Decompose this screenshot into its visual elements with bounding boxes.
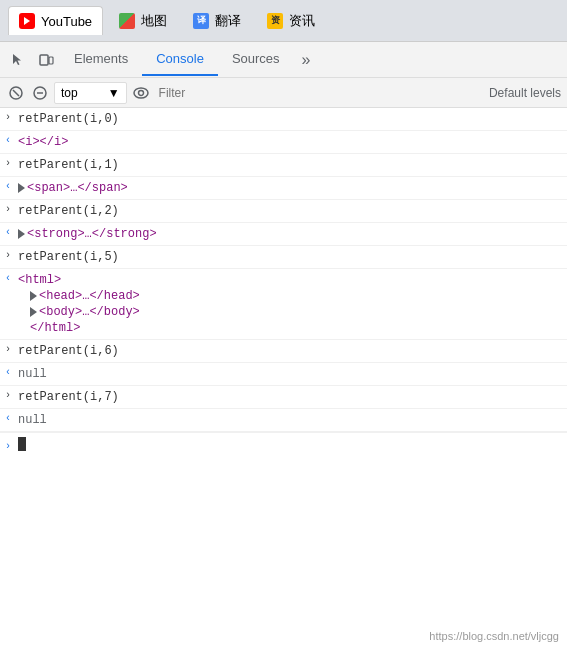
browser-tab-bar: YouTube 地图 译 翻译 资 资讯 bbox=[0, 0, 567, 42]
html-open-tag: <html> bbox=[18, 273, 61, 287]
table-row: ‹ <strong>…</strong> bbox=[0, 223, 567, 246]
tab-news-label: 资讯 bbox=[289, 12, 315, 30]
input-arrow[interactable]: › bbox=[0, 154, 16, 169]
table-row: › retParent(i,0) bbox=[0, 108, 567, 131]
console-input: retParent(i,5) bbox=[16, 246, 567, 268]
html-tag: <span>…</span> bbox=[27, 181, 128, 195]
tab-translate-label: 翻译 bbox=[215, 12, 241, 30]
result-arrow: ‹ bbox=[0, 131, 16, 146]
expand-triangle-icon[interactable] bbox=[18, 229, 25, 239]
table-row: › retParent(i,2) bbox=[0, 200, 567, 223]
html-tag: <i></i> bbox=[18, 135, 68, 149]
result-arrow: ‹ bbox=[0, 223, 16, 238]
youtube-icon bbox=[19, 13, 35, 29]
cursor-icon bbox=[10, 52, 26, 68]
console-content: › retParent(i,0) ‹ <i></i> › retParent(i… bbox=[0, 108, 567, 646]
devtools-tabs: Elements Console Sources » bbox=[60, 43, 563, 76]
result-arrow: ‹ bbox=[0, 409, 16, 424]
html-tag: <body>…</body> bbox=[39, 305, 140, 319]
console-result: <strong>…</strong> bbox=[16, 223, 567, 245]
result-arrow: ‹ bbox=[0, 363, 16, 378]
console-input: retParent(i,2) bbox=[16, 200, 567, 222]
console-prompt[interactable] bbox=[16, 433, 567, 455]
console-result: <i></i> bbox=[16, 131, 567, 153]
console-input-row: › bbox=[0, 432, 567, 455]
map-icon bbox=[119, 13, 135, 29]
translate-icon: 译 bbox=[193, 13, 209, 29]
input-arrow[interactable]: › bbox=[0, 246, 16, 261]
prompt-arrow: › bbox=[0, 437, 16, 452]
table-row: ‹ null bbox=[0, 409, 567, 432]
table-row: › retParent(i,6) bbox=[0, 340, 567, 363]
table-row: ‹ <span>…</span> bbox=[0, 177, 567, 200]
table-row: › retParent(i,1) bbox=[0, 154, 567, 177]
html-line: </html> bbox=[18, 320, 563, 336]
table-row: ‹ <i></i> bbox=[0, 131, 567, 154]
dropdown-arrow-icon: ▼ bbox=[108, 86, 120, 100]
tab-youtube[interactable]: YouTube bbox=[8, 6, 103, 35]
expand-triangle-icon[interactable] bbox=[30, 307, 37, 317]
console-output: › retParent(i,0) ‹ <i></i> › retParent(i… bbox=[0, 108, 567, 646]
inspect-tool-button[interactable] bbox=[4, 46, 32, 74]
input-arrow[interactable]: › bbox=[0, 386, 16, 401]
input-arrow[interactable]: › bbox=[0, 340, 16, 355]
console-toolbar: top ▼ Default levels bbox=[0, 78, 567, 108]
context-value: top bbox=[61, 86, 78, 100]
svg-rect-1 bbox=[49, 57, 53, 64]
table-row: › retParent(i,7) bbox=[0, 386, 567, 409]
html-line: <html> bbox=[18, 272, 563, 288]
eye-icon bbox=[133, 87, 149, 99]
table-row: ‹ null bbox=[0, 363, 567, 386]
clear-console-button[interactable] bbox=[6, 83, 26, 103]
tab-maps[interactable]: 地图 bbox=[109, 6, 177, 36]
device-toggle-button[interactable] bbox=[32, 46, 60, 74]
expand-triangle-icon[interactable] bbox=[18, 183, 25, 193]
watermark: https://blog.csdn.net/vljcgg bbox=[429, 630, 559, 642]
table-row: › retParent(i,5) bbox=[0, 246, 567, 269]
tab-sources[interactable]: Sources bbox=[218, 43, 294, 76]
record-icon bbox=[33, 86, 47, 100]
console-result: <span>…</span> bbox=[16, 177, 567, 199]
html-tag: <strong>…</strong> bbox=[27, 227, 157, 241]
tab-elements[interactable]: Elements bbox=[60, 43, 142, 76]
html-line: <head>…</head> bbox=[18, 288, 563, 304]
console-input: retParent(i,1) bbox=[16, 154, 567, 176]
console-input: retParent(i,7) bbox=[16, 386, 567, 408]
html-close-tag: </html> bbox=[30, 321, 80, 335]
console-null-result: null bbox=[16, 363, 567, 385]
html-line: <body>…</body> bbox=[18, 304, 563, 320]
tab-maps-label: 地图 bbox=[141, 12, 167, 30]
tab-console[interactable]: Console bbox=[142, 43, 218, 76]
svg-point-6 bbox=[134, 88, 148, 98]
input-arrow[interactable]: › bbox=[0, 200, 16, 215]
console-null-result: null bbox=[16, 409, 567, 431]
clear-icon bbox=[9, 86, 23, 100]
input-arrow[interactable]: › bbox=[0, 108, 16, 123]
default-levels-label: Default levels bbox=[489, 86, 561, 100]
svg-point-7 bbox=[138, 90, 143, 95]
console-result-multiline: <html> <head>…</head> <body>…</body> </h… bbox=[16, 269, 567, 339]
text-cursor bbox=[18, 437, 26, 451]
result-arrow: ‹ bbox=[0, 177, 16, 192]
devtools-toolbar: Elements Console Sources » bbox=[0, 42, 567, 78]
result-arrow: ‹ bbox=[0, 269, 16, 284]
html-tag: <head>…</head> bbox=[39, 289, 140, 303]
expand-triangle-icon[interactable] bbox=[30, 291, 37, 301]
svg-rect-0 bbox=[40, 55, 48, 65]
eye-button[interactable] bbox=[131, 83, 151, 103]
device-icon bbox=[38, 52, 54, 68]
console-input: retParent(i,6) bbox=[16, 340, 567, 362]
more-tabs-button[interactable]: » bbox=[294, 45, 319, 75]
console-input: retParent(i,0) bbox=[16, 108, 567, 130]
tab-news[interactable]: 资 资讯 bbox=[257, 6, 325, 36]
table-row: ‹ <html> <head>…</head> <body>…</body> <… bbox=[0, 269, 567, 340]
tab-translate[interactable]: 译 翻译 bbox=[183, 6, 251, 36]
stop-recording-button[interactable] bbox=[30, 83, 50, 103]
svg-line-3 bbox=[13, 90, 19, 96]
filter-input[interactable] bbox=[155, 86, 485, 100]
tab-youtube-label: YouTube bbox=[41, 14, 92, 29]
news-icon: 资 bbox=[267, 13, 283, 29]
context-selector[interactable]: top ▼ bbox=[54, 82, 127, 104]
